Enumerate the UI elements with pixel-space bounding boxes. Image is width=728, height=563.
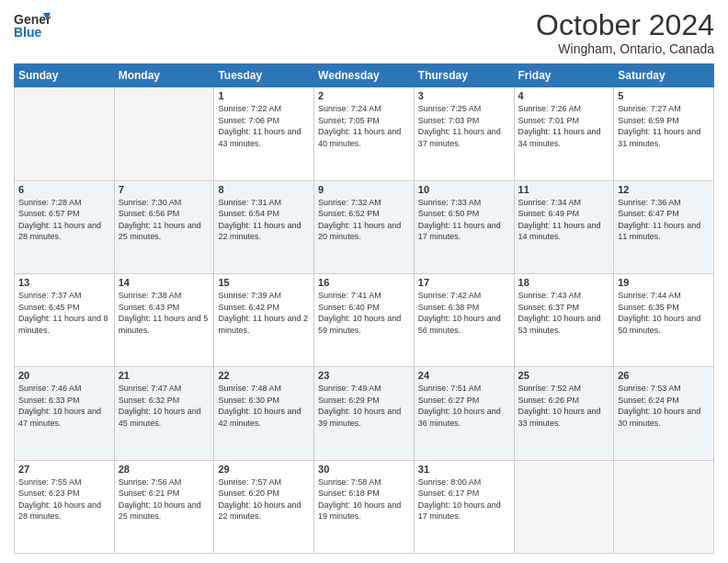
calendar-cell: 18Sunrise: 7:43 AM Sunset: 6:37 PM Dayli… <box>514 273 614 366</box>
day-header-tuesday: Tuesday <box>214 64 314 87</box>
calendar-cell: 29Sunrise: 7:57 AM Sunset: 6:20 PM Dayli… <box>214 460 314 553</box>
day-number: 13 <box>18 277 110 288</box>
day-number: 16 <box>318 277 410 288</box>
calendar-cell: 13Sunrise: 7:37 AM Sunset: 6:45 PM Dayli… <box>15 273 115 366</box>
day-number: 30 <box>318 464 410 475</box>
day-info: Sunrise: 7:57 AM Sunset: 6:20 PM Dayligh… <box>218 477 310 523</box>
calendar-header-row: SundayMondayTuesdayWednesdayThursdayFrid… <box>15 64 714 87</box>
calendar-cell: 12Sunrise: 7:36 AM Sunset: 6:47 PM Dayli… <box>614 180 714 273</box>
day-number: 23 <box>318 370 410 381</box>
day-number: 26 <box>618 370 710 381</box>
calendar-cell <box>614 460 714 553</box>
calendar-cell: 5Sunrise: 7:27 AM Sunset: 6:59 PM Daylig… <box>614 87 714 180</box>
day-info: Sunrise: 7:41 AM Sunset: 6:40 PM Dayligh… <box>318 290 410 336</box>
day-info: Sunrise: 7:49 AM Sunset: 6:29 PM Dayligh… <box>318 383 410 429</box>
day-info: Sunrise: 7:42 AM Sunset: 6:38 PM Dayligh… <box>418 290 510 336</box>
day-info: Sunrise: 7:32 AM Sunset: 6:52 PM Dayligh… <box>318 197 410 243</box>
svg-text:Blue: Blue <box>14 25 42 40</box>
calendar-cell: 17Sunrise: 7:42 AM Sunset: 6:38 PM Dayli… <box>414 273 514 366</box>
calendar-cell: 1Sunrise: 7:22 AM Sunset: 7:06 PM Daylig… <box>214 87 314 180</box>
calendar-cell: 22Sunrise: 7:48 AM Sunset: 6:30 PM Dayli… <box>214 367 314 460</box>
day-number: 3 <box>418 90 510 101</box>
calendar-cell: 8Sunrise: 7:31 AM Sunset: 6:54 PM Daylig… <box>214 180 314 273</box>
day-info: Sunrise: 7:34 AM Sunset: 6:49 PM Dayligh… <box>518 197 610 243</box>
day-info: Sunrise: 7:33 AM Sunset: 6:50 PM Dayligh… <box>418 197 510 243</box>
calendar-body: 1Sunrise: 7:22 AM Sunset: 7:06 PM Daylig… <box>15 87 714 554</box>
day-info: Sunrise: 8:00 AM Sunset: 6:17 PM Dayligh… <box>418 477 510 523</box>
day-number: 31 <box>418 464 510 475</box>
day-info: Sunrise: 7:39 AM Sunset: 6:42 PM Dayligh… <box>218 290 310 336</box>
day-info: Sunrise: 7:52 AM Sunset: 6:26 PM Dayligh… <box>518 383 610 429</box>
logo-icon: General Blue <box>14 9 51 42</box>
day-info: Sunrise: 7:26 AM Sunset: 7:01 PM Dayligh… <box>518 103 610 149</box>
day-info: Sunrise: 7:53 AM Sunset: 6:24 PM Dayligh… <box>618 383 710 429</box>
calendar-cell: 26Sunrise: 7:53 AM Sunset: 6:24 PM Dayli… <box>614 367 714 460</box>
calendar-cell <box>15 87 115 180</box>
day-header-wednesday: Wednesday <box>314 64 415 87</box>
day-header-sunday: Sunday <box>15 64 115 87</box>
calendar-cell: 21Sunrise: 7:47 AM Sunset: 6:32 PM Dayli… <box>114 367 214 460</box>
day-number: 17 <box>418 277 510 288</box>
day-info: Sunrise: 7:22 AM Sunset: 7:06 PM Dayligh… <box>218 103 310 149</box>
day-number: 10 <box>418 184 510 195</box>
calendar-cell: 30Sunrise: 7:58 AM Sunset: 6:18 PM Dayli… <box>314 460 415 553</box>
calendar-cell: 9Sunrise: 7:32 AM Sunset: 6:52 PM Daylig… <box>314 180 415 273</box>
day-info: Sunrise: 7:44 AM Sunset: 6:35 PM Dayligh… <box>618 290 710 336</box>
day-info: Sunrise: 7:46 AM Sunset: 6:33 PM Dayligh… <box>18 383 110 429</box>
day-number: 29 <box>218 464 310 475</box>
logo: General Blue <box>14 9 51 42</box>
calendar-week-2: 6Sunrise: 7:28 AM Sunset: 6:57 PM Daylig… <box>15 180 714 273</box>
day-number: 7 <box>119 184 210 195</box>
title-area: October 2024 Wingham, Ontario, Canada <box>536 9 714 56</box>
calendar-week-4: 20Sunrise: 7:46 AM Sunset: 6:33 PM Dayli… <box>15 367 714 460</box>
day-info: Sunrise: 7:58 AM Sunset: 6:18 PM Dayligh… <box>318 477 410 523</box>
day-info: Sunrise: 7:38 AM Sunset: 6:43 PM Dayligh… <box>119 290 210 336</box>
day-number: 18 <box>518 277 610 288</box>
calendar-cell: 4Sunrise: 7:26 AM Sunset: 7:01 PM Daylig… <box>514 87 614 180</box>
day-number: 24 <box>418 370 510 381</box>
day-info: Sunrise: 7:28 AM Sunset: 6:57 PM Dayligh… <box>18 197 110 243</box>
day-header-friday: Friday <box>514 64 614 87</box>
calendar-table: SundayMondayTuesdayWednesdayThursdayFrid… <box>14 63 714 554</box>
calendar-cell: 27Sunrise: 7:55 AM Sunset: 6:23 PM Dayli… <box>15 460 115 553</box>
day-number: 5 <box>618 90 710 101</box>
calendar-cell: 6Sunrise: 7:28 AM Sunset: 6:57 PM Daylig… <box>15 180 115 273</box>
calendar-week-3: 13Sunrise: 7:37 AM Sunset: 6:45 PM Dayli… <box>15 273 714 366</box>
calendar-cell: 31Sunrise: 8:00 AM Sunset: 6:17 PM Dayli… <box>414 460 514 553</box>
day-info: Sunrise: 7:47 AM Sunset: 6:32 PM Dayligh… <box>119 383 210 429</box>
day-number: 1 <box>218 90 310 101</box>
day-number: 6 <box>18 184 110 195</box>
day-header-thursday: Thursday <box>414 64 514 87</box>
day-info: Sunrise: 7:56 AM Sunset: 6:21 PM Dayligh… <box>119 477 210 523</box>
day-number: 8 <box>218 184 310 195</box>
day-info: Sunrise: 7:37 AM Sunset: 6:45 PM Dayligh… <box>18 290 110 336</box>
day-info: Sunrise: 7:48 AM Sunset: 6:30 PM Dayligh… <box>218 383 310 429</box>
calendar-cell: 16Sunrise: 7:41 AM Sunset: 6:40 PM Dayli… <box>314 273 415 366</box>
day-info: Sunrise: 7:36 AM Sunset: 6:47 PM Dayligh… <box>618 197 710 243</box>
calendar-cell: 23Sunrise: 7:49 AM Sunset: 6:29 PM Dayli… <box>314 367 415 460</box>
day-info: Sunrise: 7:55 AM Sunset: 6:23 PM Dayligh… <box>18 477 110 523</box>
day-info: Sunrise: 7:25 AM Sunset: 7:03 PM Dayligh… <box>418 103 510 149</box>
day-info: Sunrise: 7:30 AM Sunset: 6:56 PM Dayligh… <box>119 197 210 243</box>
calendar-cell: 2Sunrise: 7:24 AM Sunset: 7:05 PM Daylig… <box>314 87 415 180</box>
calendar-cell: 3Sunrise: 7:25 AM Sunset: 7:03 PM Daylig… <box>414 87 514 180</box>
day-number: 12 <box>618 184 710 195</box>
location-subtitle: Wingham, Ontario, Canada <box>536 41 714 56</box>
day-number: 27 <box>18 464 110 475</box>
day-info: Sunrise: 7:27 AM Sunset: 6:59 PM Dayligh… <box>618 103 710 149</box>
calendar-cell: 19Sunrise: 7:44 AM Sunset: 6:35 PM Dayli… <box>614 273 714 366</box>
calendar-week-5: 27Sunrise: 7:55 AM Sunset: 6:23 PM Dayli… <box>15 460 714 553</box>
day-number: 14 <box>119 277 210 288</box>
day-info: Sunrise: 7:24 AM Sunset: 7:05 PM Dayligh… <box>318 103 410 149</box>
day-number: 2 <box>318 90 410 101</box>
calendar-cell <box>114 87 214 180</box>
calendar-cell: 11Sunrise: 7:34 AM Sunset: 6:49 PM Dayli… <box>514 180 614 273</box>
calendar-cell: 7Sunrise: 7:30 AM Sunset: 6:56 PM Daylig… <box>114 180 214 273</box>
day-number: 21 <box>119 370 210 381</box>
calendar-cell: 28Sunrise: 7:56 AM Sunset: 6:21 PM Dayli… <box>114 460 214 553</box>
day-number: 20 <box>18 370 110 381</box>
calendar-week-1: 1Sunrise: 7:22 AM Sunset: 7:06 PM Daylig… <box>15 87 714 180</box>
day-number: 28 <box>119 464 210 475</box>
calendar-cell: 20Sunrise: 7:46 AM Sunset: 6:33 PM Dayli… <box>15 367 115 460</box>
day-header-monday: Monday <box>114 64 214 87</box>
